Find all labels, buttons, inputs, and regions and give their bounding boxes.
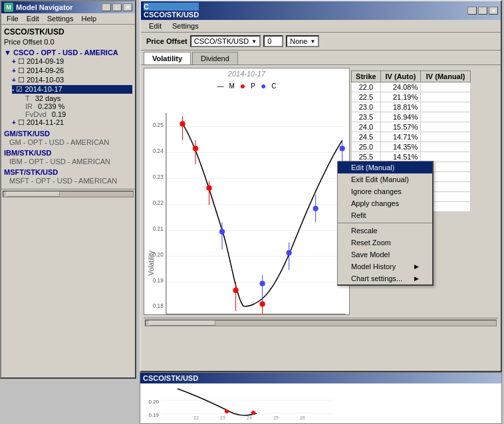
nav-maximize-button[interactable]: □ xyxy=(112,3,122,11)
table-cell-2 xyxy=(421,112,471,122)
offset-dropdown[interactable]: 0 xyxy=(263,35,283,47)
main-window-controls[interactable]: _ □ ✕ xyxy=(467,7,498,15)
legend-c-label: C xyxy=(271,82,276,90)
menu-item-refit[interactable]: Refit xyxy=(338,209,432,221)
nav-scroll-track[interactable] xyxy=(3,191,134,197)
app-icon: M xyxy=(4,3,13,12)
main-menu-settings[interactable]: Settings xyxy=(167,21,204,31)
nav-group-ibm-header: IBM/STK/USD xyxy=(4,149,132,157)
svg-text:0.24: 0.24 xyxy=(153,148,164,154)
expand-icon-1: + xyxy=(12,58,16,65)
table-row: 23.516.94% xyxy=(352,112,471,122)
main-menu-edit[interactable]: Edit xyxy=(144,21,167,31)
price-offset-label: Price Offset xyxy=(146,37,188,45)
nav-menu-file[interactable]: File xyxy=(3,14,23,23)
nav-item-2014-09-26[interactable]: + ☐ 2014-09-26 xyxy=(12,66,132,75)
model-navigator-titlebar: M Model Navigator _ □ ✕ xyxy=(1,1,135,13)
svg-text:0.22: 0.22 xyxy=(153,200,164,206)
nav-item-2014-09-19[interactable]: + ☐ 2014-09-19 xyxy=(12,57,132,66)
table-cell-0: 23.0 xyxy=(352,102,381,112)
nav-group-msft-sub: MSFT - OPT - USD - AMERICAN xyxy=(9,177,132,185)
ticker-dropdown-value: CSCO/STK/USD xyxy=(194,37,249,45)
main-maximize-button[interactable]: □ xyxy=(478,7,487,15)
ticker-dropdown-arrow: ▼ xyxy=(251,39,257,45)
nav-menubar: File Edit Settings Help xyxy=(1,13,135,25)
table-cell-1: 15.57% xyxy=(380,122,421,132)
nav-menu-edit[interactable]: Edit xyxy=(23,14,43,23)
svg-text:0.20: 0.20 xyxy=(153,252,164,258)
menu-item-model-history[interactable]: Model History ▶ xyxy=(338,261,432,272)
menu-item-apply-changes[interactable]: Apply changes xyxy=(338,197,432,209)
tabs-bar: Volatility Dividend xyxy=(141,51,501,65)
svg-text:26: 26 xyxy=(300,415,305,420)
menu-item-chart-settings[interactable]: Chart settings... ▶ xyxy=(338,272,432,284)
svg-point-41 xyxy=(313,206,318,211)
table-cell-2 xyxy=(421,132,471,142)
legend-p-label: P xyxy=(251,82,255,90)
svg-point-31 xyxy=(233,288,238,293)
menu-item-edit-manual[interactable]: Edit (Manual) xyxy=(338,161,432,173)
expand-icon-3: + xyxy=(12,76,16,84)
nav-item-label-3: ☐ 2014-10-03 xyxy=(18,76,64,84)
menu-item-reset-zoom-label: Reset Zoom xyxy=(351,239,391,247)
main-window-title: CSCO/STK/USD xyxy=(144,11,199,19)
svg-text:25: 25 xyxy=(273,415,279,420)
main-scroll-track[interactable] xyxy=(145,320,497,326)
t-value: 32 days xyxy=(35,94,61,102)
nav-scroll-thumb[interactable] xyxy=(7,191,60,197)
nav-group-msft-header: MSFT/STK/USD xyxy=(4,168,132,176)
menu-item-save-model[interactable]: Save Model xyxy=(338,249,432,261)
svg-text:0.19: 0.19 xyxy=(153,278,164,284)
table-cell-0: 24.0 xyxy=(352,122,381,132)
menu-item-exit-edit-manual[interactable]: Exit Edit (Manual) xyxy=(338,173,432,185)
svg-text:0.20: 0.20 xyxy=(148,399,159,405)
nav-menu-settings[interactable]: Settings xyxy=(43,14,78,23)
nav-item-2014-10-17[interactable]: - ☑ 2014-10-17 xyxy=(12,85,132,94)
table-cell-0: 22.5 xyxy=(352,92,381,102)
none-dropdown[interactable]: None ▼ xyxy=(286,35,319,47)
menu-item-apply-label: Apply changes xyxy=(351,199,399,207)
nav-item-2014-10-03[interactable]: + ☐ 2014-10-03 xyxy=(12,76,132,84)
tab-volatility[interactable]: Volatility xyxy=(144,52,191,64)
menu-item-edit-manual-label: Edit (Manual) xyxy=(351,163,394,171)
context-menu: Edit (Manual) Exit Edit (Manual) Ignore … xyxy=(337,161,434,286)
legend-m-label: M xyxy=(229,82,234,90)
svg-text:23: 23 xyxy=(220,415,225,420)
table-cell-2 xyxy=(421,82,471,92)
menu-item-rescale[interactable]: Rescale xyxy=(338,225,432,237)
tab-dividend[interactable]: Dividend xyxy=(192,52,238,64)
svg-point-55 xyxy=(225,409,229,413)
svg-point-35 xyxy=(219,229,225,235)
expand-icon-4: - xyxy=(12,86,14,93)
table-cell-2 xyxy=(421,92,471,102)
nav-tree: ▼ CSCO - OPT - USD - AMERICA + ☐ 2014-09… xyxy=(4,49,132,185)
svg-point-37 xyxy=(260,281,265,286)
main-scrollbar[interactable] xyxy=(144,318,498,327)
menu-item-reset-zoom[interactable]: Reset Zoom xyxy=(338,237,432,249)
ticker-dropdown[interactable]: CSCO/STK/USD ▼ xyxy=(190,35,261,47)
svg-point-27 xyxy=(193,146,198,151)
ir-label: IR xyxy=(25,102,33,110)
menu-item-ignore-changes[interactable]: Ignore changes xyxy=(338,185,432,197)
nav-item-2014-11-21[interactable]: + ☐ 2014-11-21 xyxy=(12,118,132,127)
svg-text:0.23: 0.23 xyxy=(153,174,164,180)
svg-text:0.25: 0.25 xyxy=(153,122,164,128)
nav-menu-help[interactable]: Help xyxy=(77,14,100,23)
menu-item-refit-label: Refit xyxy=(351,211,366,219)
svg-point-43 xyxy=(340,146,345,151)
nav-minimize-button[interactable]: _ xyxy=(102,3,111,11)
expand-icon-5: + xyxy=(12,119,16,126)
main-close-button[interactable]: ✕ xyxy=(489,7,498,15)
main-chart-window: C CSCO/STK/USD _ □ ✕ Edit Settings Price… xyxy=(140,0,502,372)
main-scroll-thumb[interactable] xyxy=(149,320,215,326)
chart-panel: 2014-10-17 — M ● P ● C Volatility 0.25 0… xyxy=(144,68,350,315)
nav-window-controls[interactable]: _ □ ✕ xyxy=(102,3,132,11)
nav-scrollbar[interactable] xyxy=(1,189,135,198)
main-minimize-button[interactable]: _ xyxy=(467,7,477,15)
nav-item-label-5: ☐ 2014-11-21 xyxy=(18,118,64,127)
offset-value: 0 xyxy=(267,37,271,45)
nav-detail-fvdvd: FvDvd 0.19 xyxy=(25,110,132,118)
nav-close-button[interactable]: ✕ xyxy=(123,3,132,11)
chart-area: 2014-10-17 — M ● P ● C Volatility 0.25 0… xyxy=(141,65,501,318)
table-cell-0: 23.5 xyxy=(352,112,381,122)
